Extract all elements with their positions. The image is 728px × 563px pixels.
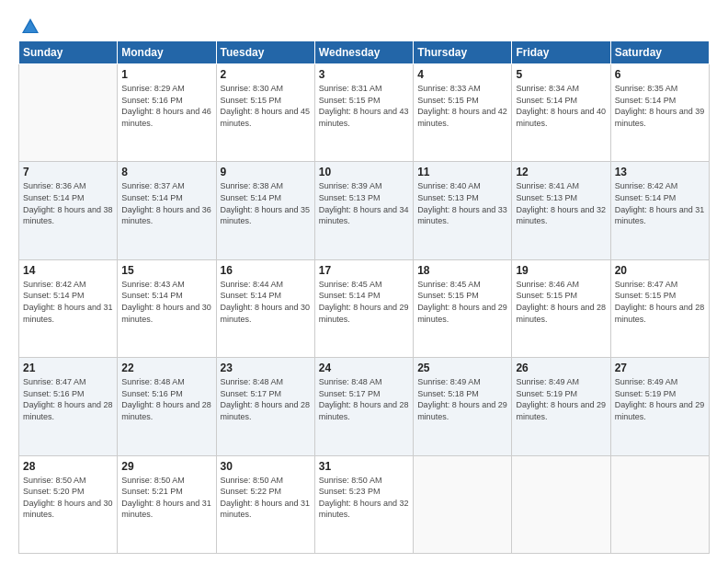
calendar-table: SundayMondayTuesdayWednesdayThursdayFrid… xyxy=(18,40,710,554)
calendar-cell: 14Sunrise: 8:42 AMSunset: 5:14 PMDayligh… xyxy=(19,259,118,357)
day-number: 1 xyxy=(121,68,211,81)
day-number: 20 xyxy=(615,264,705,277)
logo xyxy=(18,17,40,33)
calendar-cell xyxy=(512,455,610,553)
week-row-2: 7Sunrise: 8:36 AMSunset: 5:14 PMDaylight… xyxy=(19,162,710,259)
day-number: 15 xyxy=(121,264,211,277)
calendar-cell: 8Sunrise: 8:37 AMSunset: 5:14 PMDaylight… xyxy=(118,162,216,259)
weekday-header-saturday: Saturday xyxy=(610,41,709,64)
weekday-header-sunday: Sunday xyxy=(19,41,118,64)
cell-info: Sunrise: 8:48 AMSunset: 5:17 PMDaylight:… xyxy=(319,376,409,422)
day-number: 9 xyxy=(221,166,311,178)
calendar-cell: 25Sunrise: 8:49 AMSunset: 5:18 PMDayligh… xyxy=(414,358,512,455)
calendar-cell: 9Sunrise: 8:38 AMSunset: 5:14 PMDaylight… xyxy=(216,162,314,259)
cell-info: Sunrise: 8:37 AMSunset: 5:14 PMDaylight:… xyxy=(121,180,211,226)
logo-icon xyxy=(20,17,40,37)
calendar-cell: 7Sunrise: 8:36 AMSunset: 5:14 PMDaylight… xyxy=(19,162,118,259)
day-number: 28 xyxy=(23,460,113,473)
cell-info: Sunrise: 8:49 AMSunset: 5:18 PMDaylight:… xyxy=(417,376,507,422)
weekday-header-row: SundayMondayTuesdayWednesdayThursdayFrid… xyxy=(19,41,710,64)
calendar-cell: 22Sunrise: 8:48 AMSunset: 5:16 PMDayligh… xyxy=(118,358,216,455)
calendar-cell xyxy=(19,64,118,162)
calendar-cell: 31Sunrise: 8:50 AMSunset: 5:23 PMDayligh… xyxy=(314,455,413,553)
calendar-cell: 15Sunrise: 8:43 AMSunset: 5:14 PMDayligh… xyxy=(118,259,216,357)
day-number: 16 xyxy=(221,264,311,277)
calendar-cell xyxy=(610,455,709,553)
calendar-cell: 5Sunrise: 8:34 AMSunset: 5:14 PMDaylight… xyxy=(512,64,610,162)
week-row-1: 1Sunrise: 8:29 AMSunset: 5:16 PMDaylight… xyxy=(19,64,710,162)
calendar-cell: 12Sunrise: 8:41 AMSunset: 5:13 PMDayligh… xyxy=(512,162,610,259)
calendar-cell: 23Sunrise: 8:48 AMSunset: 5:17 PMDayligh… xyxy=(216,358,314,455)
calendar-cell: 11Sunrise: 8:40 AMSunset: 5:13 PMDayligh… xyxy=(414,162,512,259)
calendar-cell: 10Sunrise: 8:39 AMSunset: 5:13 PMDayligh… xyxy=(314,162,413,259)
day-number: 19 xyxy=(516,264,606,277)
calendar-cell: 18Sunrise: 8:45 AMSunset: 5:15 PMDayligh… xyxy=(414,259,512,357)
day-number: 7 xyxy=(23,166,113,178)
cell-info: Sunrise: 8:33 AMSunset: 5:15 PMDaylight:… xyxy=(417,83,507,129)
day-number: 14 xyxy=(23,264,113,277)
cell-info: Sunrise: 8:50 AMSunset: 5:21 PMDaylight:… xyxy=(121,475,211,521)
day-number: 24 xyxy=(319,362,409,374)
calendar-cell xyxy=(414,455,512,553)
calendar-cell: 4Sunrise: 8:33 AMSunset: 5:15 PMDaylight… xyxy=(414,64,512,162)
calendar-cell: 29Sunrise: 8:50 AMSunset: 5:21 PMDayligh… xyxy=(118,455,216,553)
calendar-cell: 1Sunrise: 8:29 AMSunset: 5:16 PMDaylight… xyxy=(118,64,216,162)
day-number: 23 xyxy=(221,362,311,374)
weekday-header-tuesday: Tuesday xyxy=(216,41,314,64)
cell-info: Sunrise: 8:47 AMSunset: 5:16 PMDaylight:… xyxy=(23,376,113,422)
cell-info: Sunrise: 8:39 AMSunset: 5:13 PMDaylight:… xyxy=(319,180,409,226)
week-row-5: 28Sunrise: 8:50 AMSunset: 5:20 PMDayligh… xyxy=(19,455,710,553)
day-number: 21 xyxy=(23,362,113,374)
cell-info: Sunrise: 8:47 AMSunset: 5:15 PMDaylight:… xyxy=(615,279,705,325)
day-number: 30 xyxy=(221,460,311,473)
day-number: 4 xyxy=(417,68,507,81)
day-number: 10 xyxy=(319,166,409,178)
cell-info: Sunrise: 8:42 AMSunset: 5:14 PMDaylight:… xyxy=(615,180,705,226)
calendar-cell: 28Sunrise: 8:50 AMSunset: 5:20 PMDayligh… xyxy=(19,455,118,553)
calendar-cell: 26Sunrise: 8:49 AMSunset: 5:19 PMDayligh… xyxy=(512,358,610,455)
calendar-cell: 2Sunrise: 8:30 AMSunset: 5:15 PMDaylight… xyxy=(216,64,314,162)
calendar-cell: 21Sunrise: 8:47 AMSunset: 5:16 PMDayligh… xyxy=(19,358,118,455)
cell-info: Sunrise: 8:50 AMSunset: 5:22 PMDaylight:… xyxy=(221,475,311,521)
day-number: 31 xyxy=(319,460,409,473)
calendar-cell: 13Sunrise: 8:42 AMSunset: 5:14 PMDayligh… xyxy=(610,162,709,259)
calendar-cell: 24Sunrise: 8:48 AMSunset: 5:17 PMDayligh… xyxy=(314,358,413,455)
day-number: 26 xyxy=(516,362,606,374)
day-number: 22 xyxy=(121,362,211,374)
day-number: 27 xyxy=(615,362,705,374)
calendar-cell: 30Sunrise: 8:50 AMSunset: 5:22 PMDayligh… xyxy=(216,455,314,553)
week-row-3: 14Sunrise: 8:42 AMSunset: 5:14 PMDayligh… xyxy=(19,259,710,357)
cell-info: Sunrise: 8:38 AMSunset: 5:14 PMDaylight:… xyxy=(221,180,311,226)
calendar-cell: 3Sunrise: 8:31 AMSunset: 5:15 PMDaylight… xyxy=(314,64,413,162)
cell-info: Sunrise: 8:35 AMSunset: 5:14 PMDaylight:… xyxy=(615,83,705,129)
cell-info: Sunrise: 8:30 AMSunset: 5:15 PMDaylight:… xyxy=(221,83,311,129)
cell-info: Sunrise: 8:50 AMSunset: 5:20 PMDaylight:… xyxy=(23,475,113,521)
calendar-cell: 19Sunrise: 8:46 AMSunset: 5:15 PMDayligh… xyxy=(512,259,610,357)
cell-info: Sunrise: 8:45 AMSunset: 5:15 PMDaylight:… xyxy=(417,279,507,325)
page: SundayMondayTuesdayWednesdayThursdayFrid… xyxy=(0,0,728,563)
day-number: 12 xyxy=(516,166,606,178)
calendar-cell: 20Sunrise: 8:47 AMSunset: 5:15 PMDayligh… xyxy=(610,259,709,357)
cell-info: Sunrise: 8:29 AMSunset: 5:16 PMDaylight:… xyxy=(121,83,211,129)
day-number: 25 xyxy=(417,362,507,374)
calendar-cell: 27Sunrise: 8:49 AMSunset: 5:19 PMDayligh… xyxy=(610,358,709,455)
cell-info: Sunrise: 8:43 AMSunset: 5:14 PMDaylight:… xyxy=(121,279,211,325)
weekday-header-monday: Monday xyxy=(118,41,216,64)
day-number: 13 xyxy=(615,166,705,178)
cell-info: Sunrise: 8:40 AMSunset: 5:13 PMDaylight:… xyxy=(417,180,507,226)
cell-info: Sunrise: 8:41 AMSunset: 5:13 PMDaylight:… xyxy=(516,180,606,226)
cell-info: Sunrise: 8:49 AMSunset: 5:19 PMDaylight:… xyxy=(516,376,606,422)
cell-info: Sunrise: 8:34 AMSunset: 5:14 PMDaylight:… xyxy=(516,83,606,129)
cell-info: Sunrise: 8:31 AMSunset: 5:15 PMDaylight:… xyxy=(319,83,409,129)
cell-info: Sunrise: 8:45 AMSunset: 5:14 PMDaylight:… xyxy=(319,279,409,325)
weekday-header-wednesday: Wednesday xyxy=(314,41,413,64)
cell-info: Sunrise: 8:46 AMSunset: 5:15 PMDaylight:… xyxy=(516,279,606,325)
cell-info: Sunrise: 8:48 AMSunset: 5:16 PMDaylight:… xyxy=(121,376,211,422)
header xyxy=(18,17,710,33)
day-number: 18 xyxy=(417,264,507,277)
cell-info: Sunrise: 8:42 AMSunset: 5:14 PMDaylight:… xyxy=(23,279,113,325)
cell-info: Sunrise: 8:48 AMSunset: 5:17 PMDaylight:… xyxy=(221,376,311,422)
day-number: 17 xyxy=(319,264,409,277)
calendar-cell: 6Sunrise: 8:35 AMSunset: 5:14 PMDaylight… xyxy=(610,64,709,162)
day-number: 8 xyxy=(121,166,211,178)
